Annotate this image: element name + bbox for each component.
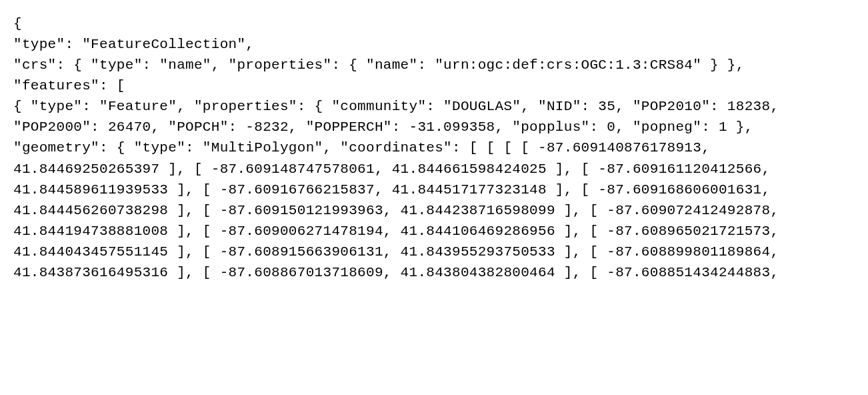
code-content: { "type": "FeatureCollection", "crs": { … [13, 16, 787, 280]
geojson-code-block: { "type": "FeatureCollection", "crs": { … [13, 13, 853, 283]
